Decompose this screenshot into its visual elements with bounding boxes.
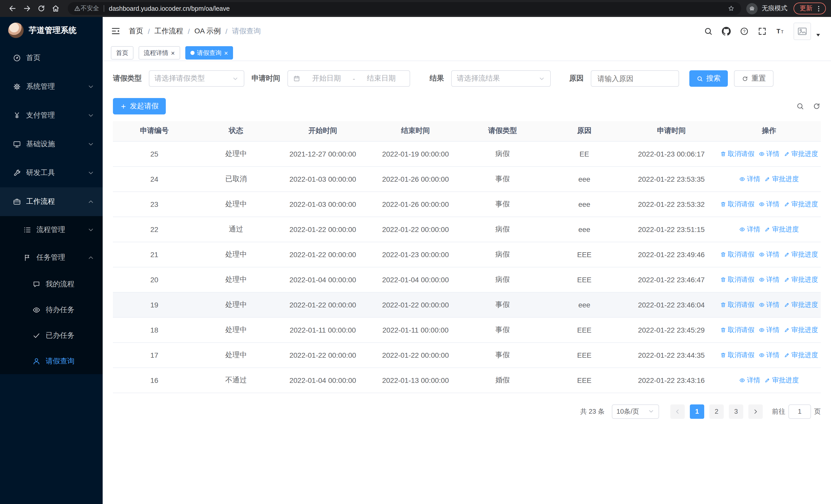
detail-link[interactable]: 详情 — [739, 174, 761, 183]
page-size-select[interactable]: 10条/页 — [612, 404, 659, 419]
leave-type-select[interactable]: 请选择请假类型 — [149, 70, 244, 87]
breadcrumb-workflow[interactable]: 工作流程 — [154, 26, 183, 36]
approval-progress-link[interactable]: 审批进度 — [784, 300, 818, 309]
tab-process-detail[interactable]: 流程详情 × — [139, 46, 180, 60]
detail-link[interactable]: 详情 — [758, 250, 780, 259]
close-tab-icon[interactable]: × — [171, 50, 175, 56]
page-button-2[interactable]: 2 — [709, 404, 724, 419]
cell-apply-id: 20 — [113, 267, 196, 292]
sidebar-item-process-management[interactable]: 流程管理 — [0, 216, 103, 244]
sidebar-item-my-process[interactable]: 我的流程 — [0, 271, 103, 297]
collapse-menu-button[interactable] — [111, 26, 121, 36]
chevron-left-icon — [675, 408, 681, 414]
breadcrumb-oa-example[interactable]: OA 示例 — [195, 26, 221, 36]
cell-apply-id: 18 — [113, 317, 196, 342]
plus-icon — [120, 103, 127, 110]
cell-status: 已取消 — [196, 166, 277, 191]
sidebar-item-system[interactable]: 系统管理 — [0, 72, 103, 101]
approval-progress-link[interactable]: 审批进度 — [784, 199, 818, 209]
cancel-leave-link[interactable]: 取消请假 — [720, 350, 754, 359]
github-icon[interactable] — [722, 26, 731, 36]
detail-link[interactable]: 详情 — [758, 149, 780, 158]
user-avatar[interactable] — [794, 22, 811, 40]
end-date-input[interactable]: 结束日期 — [358, 74, 404, 83]
create-leave-button[interactable]: 发起请假 — [113, 98, 166, 114]
approval-progress-link[interactable]: 审批进度 — [784, 325, 818, 334]
sidebar-item-infrastructure[interactable]: 基础设施 — [0, 130, 103, 158]
reason-input[interactable] — [591, 70, 679, 87]
detail-link[interactable]: 详情 — [758, 275, 780, 284]
sidebar-item-label: 流程管理 — [36, 225, 87, 235]
cancel-leave-link[interactable]: 取消请假 — [720, 275, 754, 284]
tab-leave-query[interactable]: 请假查询 × — [185, 46, 233, 60]
trash-icon — [720, 276, 726, 283]
prev-page-button[interactable] — [670, 404, 685, 419]
sidebar-item-workflow[interactable]: 工作流程 — [0, 187, 103, 216]
sidebar-item-todo-tasks[interactable]: 待办任务 — [0, 297, 103, 323]
table-refresh-icon[interactable] — [812, 102, 821, 110]
calendar-icon — [293, 75, 300, 82]
cancel-leave-link[interactable]: 取消请假 — [720, 149, 754, 158]
address-bar[interactable]: 不安全 dashboard.yudao.iocoder.cn/bpm/oa/le… — [68, 2, 741, 15]
browser-forward-button[interactable] — [20, 1, 34, 16]
sidebar-item-task-management[interactable]: 任务管理 — [0, 244, 103, 271]
caret-down-icon[interactable] — [815, 32, 821, 37]
app-logo[interactable]: 芋道管理系统 — [0, 17, 103, 43]
detail-link[interactable]: 详情 — [758, 199, 780, 209]
cancel-leave-link[interactable]: 取消请假 — [720, 199, 754, 209]
detail-link[interactable]: 详情 — [758, 325, 780, 334]
approval-progress-link[interactable]: 审批进度 — [784, 275, 818, 284]
browser-home-button[interactable] — [48, 1, 63, 16]
detail-link[interactable]: 详情 — [758, 300, 780, 309]
tab-home[interactable]: 首页 — [111, 46, 134, 60]
detail-link[interactable]: 详情 — [758, 350, 780, 359]
sidebar-item-payment[interactable]: 支付管理 — [0, 101, 103, 130]
app-title: 芋道管理系统 — [29, 25, 77, 36]
cell-apply-time: 2022-01-22 23:49:46 — [625, 242, 718, 267]
chevron-down-icon — [87, 169, 94, 177]
sidebar-item-done-tasks[interactable]: 已办任务 — [0, 323, 103, 349]
next-page-button[interactable] — [748, 404, 763, 419]
browser-back-button[interactable] — [5, 1, 20, 16]
sidebar-item-home[interactable]: 首页 — [0, 43, 103, 72]
table-search-toggle-icon[interactable] — [796, 102, 804, 110]
sidebar-item-leave-query[interactable]: 请假查询 — [0, 349, 103, 374]
cancel-leave-link[interactable]: 取消请假 — [720, 300, 754, 309]
image-placeholder-icon — [797, 25, 808, 37]
close-tab-icon[interactable]: × — [224, 50, 228, 56]
approval-progress-link[interactable]: 审批进度 — [784, 250, 818, 259]
reset-button[interactable]: 重置 — [734, 70, 774, 87]
browser-update-button[interactable]: 更新 — [794, 3, 826, 14]
cell-reason: EE — [543, 141, 625, 166]
detail-link[interactable]: 详情 — [739, 376, 761, 385]
search-button[interactable]: 搜索 — [689, 70, 728, 87]
detail-link[interactable]: 详情 — [739, 225, 761, 234]
cancel-leave-link[interactable]: 取消请假 — [720, 325, 754, 334]
approval-progress-link[interactable]: 审批进度 — [765, 174, 799, 183]
cell-reason: EEE — [543, 267, 625, 292]
result-select[interactable]: 请选择流结果 — [451, 70, 551, 87]
cell-start-time: 2022-01-22 00:00:00 — [277, 216, 369, 242]
approval-progress-link[interactable]: 审批进度 — [784, 149, 818, 158]
approval-progress-link[interactable]: 审批进度 — [765, 376, 799, 385]
sidebar: 芋道管理系统 首页 系统管理 支付管理 — [0, 17, 103, 504]
approval-progress-link[interactable]: 审批进度 — [765, 225, 799, 234]
approval-progress-link[interactable]: 审批进度 — [784, 350, 818, 359]
cell-apply-time: 2022-01-23 00:06:17 — [625, 141, 718, 166]
cancel-leave-link[interactable]: 取消请假 — [720, 250, 754, 259]
sidebar-item-devtools[interactable]: 研发工具 — [0, 158, 103, 187]
page-button-3[interactable]: 3 — [729, 404, 743, 419]
font-size-icon[interactable]: TT — [776, 26, 785, 36]
search-icon[interactable] — [704, 26, 713, 36]
apply-time-range-picker[interactable]: 开始日期 - 结束日期 — [287, 70, 410, 87]
breadcrumb-home[interactable]: 首页 — [129, 26, 143, 36]
help-icon[interactable]: ? — [740, 26, 749, 36]
browser-reload-button[interactable] — [34, 1, 48, 16]
bookmark-star-icon[interactable] — [727, 5, 735, 12]
fullscreen-icon[interactable] — [757, 26, 767, 36]
start-date-input[interactable]: 开始日期 — [303, 74, 349, 83]
chevron-down-icon — [539, 75, 545, 82]
page-button-1[interactable]: 1 — [690, 404, 704, 419]
kebab-menu-icon[interactable] — [815, 5, 822, 12]
goto-page-input[interactable] — [789, 404, 811, 419]
